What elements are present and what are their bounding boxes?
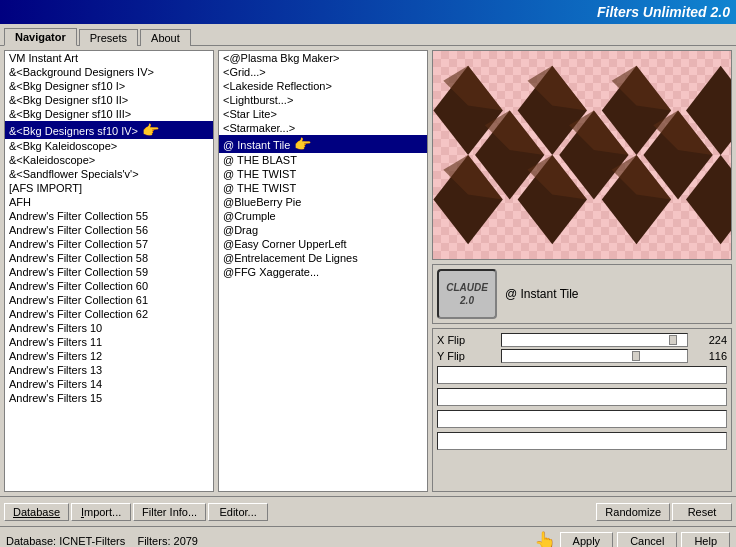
empty-param-row [437,388,727,406]
left-list-item[interactable]: VM Instant Art [5,51,213,65]
apply-area: 👆 Apply Cancel Help [534,530,730,548]
middle-list-item[interactable]: @ Instant Tile 👉 [219,135,427,153]
param-slider[interactable] [501,349,688,363]
randomize-button[interactable]: Randomize [596,503,670,521]
cancel-button[interactable]: Cancel [617,532,677,548]
left-list-item[interactable]: Andrew's Filter Collection 61 [5,293,213,307]
left-list-item[interactable]: &<Bkg Designer sf10 I> [5,79,213,93]
middle-list-item[interactable]: @Entrelacement De Lignes [219,251,427,265]
middle-list-item[interactable]: @FFG Xaggerate... [219,265,427,279]
left-list-item[interactable]: &<Kaleidoscope> [5,153,213,167]
middle-list-item[interactable]: <@Plasma Bkg Maker> [219,51,427,65]
param-slider[interactable] [501,333,688,347]
middle-list-item[interactable]: @BlueBerry Pie [219,195,427,209]
left-list-item[interactable]: Andrew's Filters 11 [5,335,213,349]
middle-list-item[interactable]: <Star Lite> [219,107,427,121]
param-value: 116 [692,350,727,362]
left-list-item[interactable]: Andrew's Filter Collection 59 [5,265,213,279]
left-list-item[interactable]: &<Sandflower Specials'v'> [5,167,213,181]
param-row: Y Flip116 [437,349,727,363]
left-list-item[interactable]: &<Bkg Kaleidoscope> [5,139,213,153]
left-list-item[interactable]: Andrew's Filter Collection 60 [5,279,213,293]
left-list-item[interactable]: Andrew's Filter Collection 56 [5,223,213,237]
middle-list-item[interactable]: <Lightburst...> [219,93,427,107]
empty-param-row [437,410,727,428]
preview-area [432,50,732,260]
tab-navigator[interactable]: Navigator [4,28,77,46]
left-list-item[interactable]: Andrew's Filter Collection 62 [5,307,213,321]
left-list-item[interactable]: Andrew's Filter Collection 58 [5,251,213,265]
middle-list[interactable]: <@Plasma Bkg Maker><Grid...><Lakeside Re… [219,51,427,491]
left-list-item[interactable]: [AFS IMPORT] [5,181,213,195]
tab-presets[interactable]: Presets [79,29,138,46]
middle-list-item[interactable]: <Grid...> [219,65,427,79]
middle-list-item[interactable]: @Crumple [219,209,427,223]
tab-about[interactable]: About [140,29,191,46]
preview-canvas [433,51,731,259]
editor-button[interactable]: Editor... [208,503,268,521]
param-value: 224 [692,334,727,346]
status-bar: Database: ICNET-Filters Filters: 2079 👆 … [0,526,736,547]
left-list-item[interactable]: &<Bkg Designer sf10 II> [5,93,213,107]
empty-param-row [437,366,727,384]
left-panel: VM Instant Art&<Background Designers IV>… [4,50,214,492]
help-button[interactable]: Help [681,532,730,548]
empty-param-row [437,432,727,450]
left-list-item[interactable]: Andrew's Filters 13 [5,363,213,377]
middle-list-item[interactable]: @ THE BLAST [219,153,427,167]
filter-info-panel: CLAUDE 2.0 @ Instant Tile [432,264,732,324]
left-list-item[interactable]: Andrew's Filter Collection 57 [5,237,213,251]
status-info: Database: ICNET-Filters Filters: 2079 [6,535,526,547]
tabs-row: Navigator Presets About [0,24,736,46]
left-list-item[interactable]: Andrew's Filters 10 [5,321,213,335]
middle-panel: <@Plasma Bkg Maker><Grid...><Lakeside Re… [218,50,428,492]
left-list[interactable]: VM Instant Art&<Background Designers IV>… [5,51,213,491]
middle-list-item[interactable]: @ THE TWIST [219,181,427,195]
bottom-toolbar: Database Import... Filter Info... Editor… [0,496,736,526]
left-list-item[interactable]: Andrew's Filters 14 [5,377,213,391]
left-list-item[interactable]: Andrew's Filters 12 [5,349,213,363]
filter-info-button[interactable]: Filter Info... [133,503,206,521]
hand-icon: 👆 [534,530,556,548]
left-list-item[interactable]: &<Background Designers IV> [5,65,213,79]
left-list-item[interactable]: &<Bkg Designer sf10 III> [5,107,213,121]
param-label: X Flip [437,334,497,346]
title-bar: Filters Unlimited 2.0 [0,0,736,24]
database-button[interactable]: Database [4,503,69,521]
param-label: Y Flip [437,350,497,362]
left-list-item[interactable]: Andrew's Filters 15 [5,391,213,405]
app-title: Filters Unlimited 2.0 [597,4,730,20]
param-row: X Flip224 [437,333,727,347]
filter-name-display: @ Instant Tile [505,287,579,301]
middle-list-item[interactable]: <Starmaker...> [219,121,427,135]
middle-list-item[interactable]: @ THE TWIST [219,167,427,181]
middle-list-item[interactable]: <Lakeside Reflection> [219,79,427,93]
params-panel: X Flip224Y Flip116 [432,328,732,492]
apply-button[interactable]: Apply [560,532,614,548]
middle-list-item[interactable]: @Easy Corner UpperLeft [219,237,427,251]
right-panel: CLAUDE 2.0 @ Instant Tile X Flip224Y Fli… [432,50,732,492]
main-content: VM Instant Art&<Background Designers IV>… [0,46,736,496]
import-button[interactable]: Import... [71,503,131,521]
left-list-item[interactable]: &<Bkg Designers sf10 IV> 👉 [5,121,213,139]
filter-logo: CLAUDE 2.0 [437,269,497,319]
middle-list-item[interactable]: @Drag [219,223,427,237]
left-list-item[interactable]: AFH [5,195,213,209]
left-list-item[interactable]: Andrew's Filter Collection 55 [5,209,213,223]
reset-button[interactable]: Reset [672,503,732,521]
